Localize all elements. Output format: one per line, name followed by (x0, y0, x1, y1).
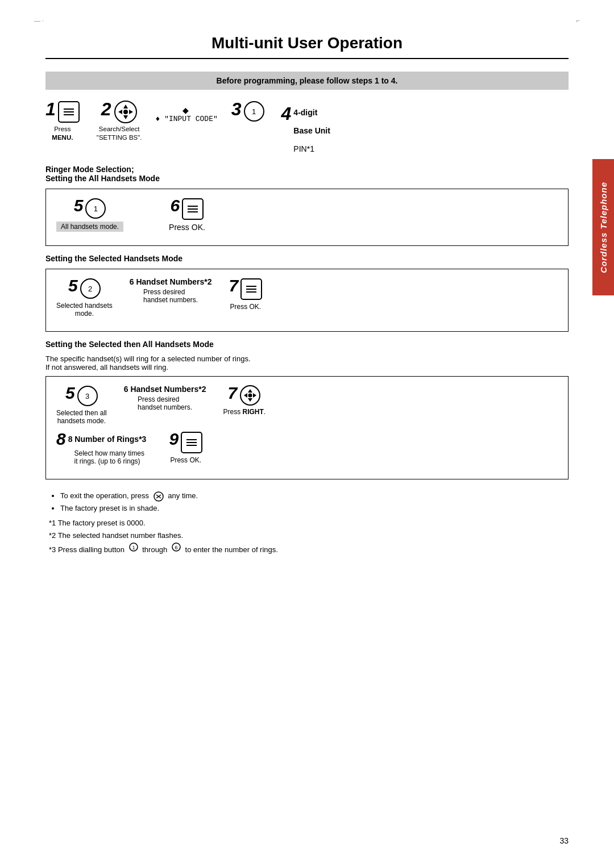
step-8-sta-sublabel: Select how many times it rings. (up to 6… (74, 449, 144, 465)
step-5-sta: 5 3 Selected then all handsets mode. (56, 385, 107, 425)
step-6-sel-label: 6 Handset Numbers*2 (130, 277, 212, 286)
page-container: — · ⌐ Cordless Telephone Multi-unit User… (0, 0, 614, 868)
side-tab-label: Cordless Telephone (599, 182, 608, 273)
step-8-sta-label: 8 8 Number of Rings*3 (56, 431, 146, 448)
svg-marker-7 (248, 389, 252, 393)
step-3: 3 1 (231, 100, 264, 123)
svg-marker-2 (123, 115, 128, 119)
step-9-sta: 9 Press OK. (169, 431, 202, 464)
step-1-number: 1 (45, 100, 56, 118)
svg-text:6: 6 (175, 545, 177, 550)
info-banner: Before programming, please follow steps … (45, 72, 569, 90)
step-6-sta-label: 6 Handset Numbers*2 (124, 385, 206, 394)
step-5-sta-label: Selected then all handsets mode. (56, 409, 107, 425)
selected-handsets-box: 5 2 Selected handsets mode. 6 Handset Nu… (45, 269, 569, 332)
step-6-sel-sublabel: Press desired handset numbers. (143, 288, 198, 304)
step-6-all-label: Press OK. (169, 223, 205, 232)
svg-marker-1 (123, 105, 128, 108)
dial-1-inline-icon: 1 (128, 542, 139, 552)
step-6-sta: 6 Handset Numbers*2 Press desired handse… (124, 385, 206, 411)
step-7-sel: 7 Press OK. (229, 277, 262, 311)
sel-then-all-row2: 8 8 Number of Rings*3 Select how many ti… (56, 431, 558, 465)
step-5-all-number: 5 (74, 197, 84, 214)
step-4-number: 4 (281, 105, 292, 123)
ringer-mode-header: Ringer Mode Selection; Setting the All H… (45, 165, 569, 183)
menu-lines-9 (186, 439, 197, 446)
svg-marker-10 (253, 393, 256, 398)
step-5-all-label: All handsets mode. (56, 222, 123, 231)
step-7-sel-number: 7 (229, 277, 238, 294)
step-6-all-number: 6 (171, 197, 180, 214)
sel-then-all-header: Setting the Selected then All Handsets M… (45, 340, 569, 349)
step-2: 2 Search/Select "SETTI (97, 100, 142, 142)
note-1: To exit the operation, press any time. (60, 490, 569, 502)
bullet-notes: To exit the operation, press any time. T… (45, 490, 569, 515)
input-code-block: ◆ ♦ "INPUT CODE" (156, 106, 218, 123)
step9-sta-menu-icon (181, 432, 202, 453)
page-number: 33 (559, 836, 569, 845)
svg-marker-9 (244, 393, 247, 398)
step-5-sta-number: 5 (65, 385, 75, 402)
menu-button-icon (58, 101, 80, 123)
exit-button-icon (153, 491, 164, 502)
selected-handsets-header: Setting the Selected Handsets Mode (45, 254, 569, 263)
step7-sel-menu-icon (240, 278, 262, 300)
nav-arrows-icon (114, 100, 138, 124)
step5-sta-icon: 3 (77, 386, 98, 406)
footnote-2: *2 The selected handset number flashes. (45, 529, 569, 542)
digit-1-button-icon: 1 (244, 101, 264, 122)
corner-mark-tl: — · (34, 17, 44, 24)
sel-then-all-box: 5 3 Selected then all handsets mode. 6 H… (45, 376, 569, 479)
step-5-all: 5 1 All handsets mode. (56, 197, 123, 231)
step-5-sel-label: Selected handsets mode. (56, 302, 113, 318)
side-tab: Cordless Telephone (592, 159, 614, 295)
note-2: The factory preset is in shade. (60, 502, 569, 515)
right-arrow-nav-icon (239, 385, 261, 406)
svg-marker-8 (248, 398, 252, 402)
all-handsets-steps: 5 1 All handsets mode. 6 (56, 197, 558, 232)
step-3-number: 3 (231, 100, 242, 118)
step-5-sel: 5 2 Selected handsets mode. (56, 277, 113, 318)
menu-lines-7 (246, 286, 256, 293)
sel-then-all-row1: 5 3 Selected then all handsets mode. 6 H… (56, 385, 558, 425)
step-9-sta-number: 9 (169, 431, 179, 448)
all-handsets-box: 5 1 All handsets mode. 6 (45, 189, 569, 246)
step5-sel-icon: 2 (80, 278, 101, 299)
corner-mark-tr: ⌐ (576, 17, 580, 24)
step-7-sta-label: Press RIGHT. (223, 408, 265, 416)
top-steps-row: 1 Press MENU. 2 (45, 100, 569, 153)
step-2-label: Search/Select "SETTING BS". (97, 125, 142, 142)
svg-marker-4 (129, 110, 133, 114)
step-4-info: 4-digit Base Unit PIN*1 (293, 108, 330, 153)
step-8-sta: 8 8 Number of Rings*3 Select how many ti… (56, 431, 146, 465)
banner-text: Before programming, please follow steps … (217, 76, 398, 85)
input-code-text: ♦ "INPUT CODE" (156, 115, 218, 123)
step-9-sta-label: Press OK. (170, 456, 201, 464)
step-4: 4 4-digit Base Unit PIN*1 (281, 105, 330, 153)
notes-section: To exit the operation, press any time. T… (45, 490, 569, 556)
svg-text:1: 1 (132, 545, 135, 550)
step-7-sel-label: Press OK. (230, 303, 261, 311)
menu-lines-icon (64, 108, 74, 115)
step5-all-icon: 1 (85, 198, 106, 219)
step6-all-menu-icon (182, 198, 204, 220)
svg-marker-3 (118, 110, 122, 114)
step-6-sta-sublabel: Press desired handset numbers. (138, 395, 192, 411)
footnote-3: *3 Press dialling button 1 through 6 to … (45, 542, 569, 556)
step-1: 1 Press MENU. (45, 100, 80, 142)
step-5-sel-number: 5 (68, 277, 78, 294)
sel-then-all-desc: The specific handset(s) will ring for a … (45, 354, 569, 372)
step-1-label: Press MENU. (52, 125, 73, 142)
selected-handsets-steps: 5 2 Selected handsets mode. 6 Handset Nu… (56, 277, 558, 318)
step-7-sta: 7 Press RIGHT. (223, 385, 265, 416)
dial-6-inline-icon: 6 (171, 542, 181, 552)
step-6-all: 6 Press OK. (169, 197, 205, 232)
svg-point-5 (123, 110, 128, 114)
step-7-sta-number: 7 (227, 385, 237, 402)
svg-point-11 (248, 394, 252, 398)
step-2-number: 2 (101, 100, 111, 118)
page-title: Multi-unit User Operation (45, 34, 569, 59)
footnote-1: *1 The factory preset is 0000. (45, 517, 569, 529)
step-6-sel: 6 Handset Numbers*2 Press desired handse… (130, 277, 212, 304)
menu-lines-6 (188, 206, 198, 212)
